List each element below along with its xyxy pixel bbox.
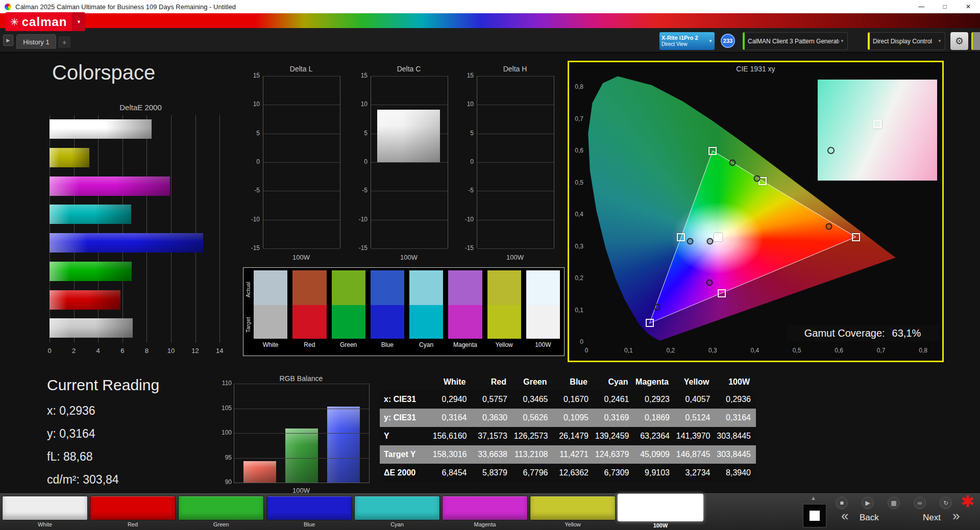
calman-brand-mark: ✱ (961, 492, 974, 511)
logo-dropdown-arrow[interactable]: ▼ (72, 12, 85, 31)
axis-tick-label: 95 (214, 454, 232, 461)
pattern-button-cyan[interactable]: Cyan (354, 496, 440, 529)
chart-plot-area (477, 76, 554, 248)
calman-application-window: Calman 2025 Calman Ultimate for Business… (0, 0, 980, 530)
color-checker-panel: Actual Target WhiteRedGreenBlueCyanMagen… (243, 267, 565, 356)
tab-history-1[interactable]: History 1 (16, 34, 56, 49)
table-cell: 0,4057 (675, 390, 716, 409)
gridline (195, 115, 196, 343)
gridline (263, 105, 340, 105)
axis-tick-label: 0,7 (877, 347, 886, 354)
table-cell: 0,3169 (594, 409, 634, 427)
axis-tick-label: 10 (167, 347, 175, 355)
current-reading-title: Current Reading (47, 376, 159, 394)
axis-tick-label: -5 (458, 187, 474, 194)
axis-tick-label: 0,4 (750, 347, 759, 354)
gridline (263, 134, 340, 134)
add-tab-button[interactable]: + (58, 36, 70, 48)
column-header-green: Green (512, 373, 553, 390)
target-row-label: Target (245, 308, 253, 342)
history-pane-toggle[interactable]: ▶ (3, 35, 13, 46)
axis-tick-label: 0 (585, 347, 589, 354)
collapsed-panel-edge[interactable] (971, 32, 980, 50)
actual-swatch-white (254, 270, 287, 305)
pattern-button-blue[interactable]: Blue (266, 496, 352, 529)
axis-tick-label: 0 (570, 338, 583, 345)
next-chevrons-icon[interactable]: » (952, 508, 960, 524)
table-row-y[interactable]: Y156,616037,1573126,257326,1479139,24596… (380, 427, 756, 445)
delta-h-chart: Delta H 100W 151050-5-10-15 (458, 65, 555, 269)
back-button[interactable]: Back (860, 513, 879, 523)
pattern-button-label: Red (90, 520, 176, 529)
pattern-button-label: Green (178, 520, 264, 529)
axis-tick-label: 6 (120, 347, 124, 355)
chart-plot-area (234, 384, 370, 483)
table-row-target-y[interactable]: Target Y158,301633,6638113,210811,427112… (380, 445, 756, 464)
pattern-button-white[interactable]: White (2, 496, 88, 529)
table-row-x-cie31[interactable]: x: CIE310,29400,57570,34650,16700,24610,… (380, 390, 756, 409)
axis-tick-label: 105 (214, 405, 232, 412)
chevron-down-icon: ▼ (938, 39, 942, 43)
table-cell: 0,5757 (472, 390, 513, 409)
save-button[interactable]: ▦ (888, 497, 900, 509)
close-button[interactable]: ✕ (957, 0, 980, 13)
link-button[interactable]: ∞ (914, 497, 926, 509)
table-cell: 0,1869 (634, 409, 675, 427)
axis-tick-label: 10 (352, 100, 368, 108)
gridline (477, 134, 554, 134)
gridline (371, 191, 448, 191)
row-label: x: CIE31 (380, 390, 431, 409)
table-cell: 0,3630 (472, 409, 513, 427)
axis-tick-label: 0,2 (667, 347, 675, 354)
axis-tick-label: 12 (191, 347, 199, 355)
table-row--e-2000[interactable]: ΔE 20006,84545,83796,779612,63626,73099,… (380, 464, 756, 482)
axis-tick-label: -15 (352, 244, 368, 251)
gridline (122, 115, 123, 343)
target-marker-white (714, 233, 722, 241)
pattern-button-green[interactable]: Green (178, 496, 264, 529)
gridline (371, 220, 448, 220)
meter-status-badge[interactable]: 233 (721, 34, 735, 48)
settings-gear-button[interactable]: ⚙ (950, 32, 968, 50)
axis-tick-label: -10 (352, 216, 368, 223)
deltae2000-chart: DeltaE 2000 02468101214 (50, 103, 234, 358)
deltae-bar-cyan (50, 205, 131, 224)
axis-tick-label: 15 (458, 72, 474, 79)
axis-tick-label: 0,8 (570, 83, 583, 90)
chevron-down-icon: ▼ (840, 39, 844, 43)
actual-swatch-cyan (409, 270, 443, 305)
maximize-button[interactable]: □ (933, 0, 957, 13)
pattern-button-yellow[interactable]: Yellow (530, 496, 616, 529)
table-cell: 6,7796 (512, 464, 553, 482)
stop-button[interactable]: ■ (836, 497, 848, 509)
table-cell: 45,0909 (634, 445, 675, 464)
target-swatch-yellow (487, 305, 521, 339)
play-button[interactable]: ▶ (862, 497, 874, 509)
target-marker-cyan (677, 233, 685, 241)
back-chevrons-icon[interactable]: « (841, 508, 848, 524)
delta-l-chart: Delta L 100W 151050-5-10-15 (244, 65, 341, 269)
target-swatch-cyan (409, 305, 443, 339)
refresh-button[interactable]: ↻ (940, 497, 952, 509)
calman-menu-button[interactable]: ✳ calman ▼ (5, 12, 85, 31)
table-cell: 11,4271 (553, 445, 594, 464)
pattern-button-red[interactable]: Red (90, 496, 176, 529)
pattern-button-magenta[interactable]: Magenta (442, 496, 528, 529)
table-cell: 5,8379 (472, 464, 513, 482)
display-control-selector[interactable]: Direct Display Control ▼ (868, 32, 945, 50)
meter-selector[interactable]: X-Rite i1Pro 2 Direct View ▼ (659, 32, 715, 50)
table-cell: 0,3465 (512, 390, 553, 409)
next-button[interactable]: Next (923, 513, 941, 523)
display-control-label: Direct Display Control (873, 38, 937, 45)
pattern-button-100w[interactable]: 100W (618, 496, 703, 529)
chevron-up-icon[interactable]: ▲ (811, 495, 816, 501)
table-cell: 126,2573 (512, 427, 553, 445)
pattern-window-button[interactable] (803, 504, 826, 527)
actual-swatch-red (292, 270, 326, 305)
source-selector[interactable]: CalMAN Client 3 Pattern Generator ▼ (743, 32, 848, 50)
meter-mode: Direct View (662, 41, 707, 47)
swatch-column-green: Green (332, 270, 365, 355)
axis-tick-label: -5 (352, 187, 368, 194)
minimize-button[interactable]: — (910, 0, 933, 13)
table-row-y-cie31[interactable]: y: CIE310,31640,36300,56260,10950,31690,… (380, 409, 756, 427)
